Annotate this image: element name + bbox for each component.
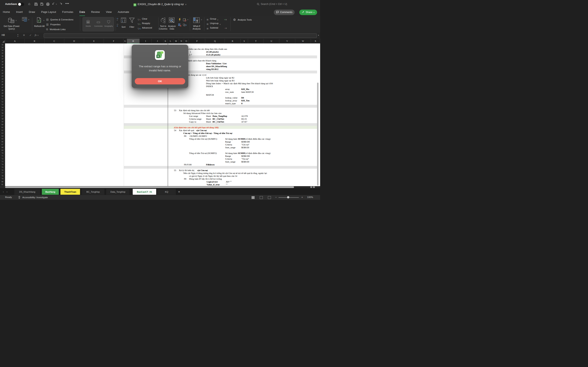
row-header-51[interactable]: 51 [0, 98, 5, 101]
row-header-63[interactable]: 63 [0, 132, 5, 135]
consolidate-icon[interactable] [183, 23, 187, 28]
name-box-spinner[interactable]: ▲▼ [17, 33, 18, 37]
ribbon-tab-automate[interactable]: Automate [118, 8, 129, 16]
ok-button[interactable]: OK [135, 78, 185, 84]
row-header-66[interactable]: 66 [0, 141, 5, 143]
connections-item[interactable]: ▥Properties [46, 22, 73, 27]
share-button[interactable]: Share∨ [299, 9, 317, 15]
filter-item-advanced[interactable]: ▽⚙Advanced [138, 26, 152, 31]
row-header-60[interactable]: 60 [0, 123, 5, 126]
column-header-E[interactable]: E [84, 39, 104, 43]
refresh-all-label[interactable]: Refresh All [33, 25, 46, 27]
sheet-tab-DS_KhachHang[interactable]: DS_KhachHang [14, 189, 40, 195]
formula-input[interactable] [44, 33, 317, 38]
show-detail-icon[interactable]: +≡ [224, 18, 227, 21]
insert-function-icon[interactable]: fx ∨ [35, 33, 39, 37]
row-header-61[interactable]: 61 [0, 126, 5, 129]
remove-duplicates-icon[interactable] [178, 23, 182, 28]
comments-button[interactable]: Comments [274, 9, 295, 15]
text-to-columns-icon[interactable] [161, 17, 167, 24]
name-box[interactable]: H8 [2, 34, 5, 36]
row-header-57[interactable]: 57 [0, 115, 5, 118]
row-header-36[interactable]: 36 [0, 55, 5, 58]
column-header-P[interactable]: P [189, 39, 205, 43]
datatype-stocks[interactable]: 🏛Stocks [83, 19, 93, 27]
next-sheet-icon[interactable]: › [7, 189, 7, 195]
row-header-35[interactable]: 35 [0, 52, 5, 55]
ribbon-tab-review[interactable]: Review [91, 8, 100, 16]
get-data-chevron-icon[interactable]: ∨ [16, 20, 17, 21]
row-header-33[interactable]: 33 [0, 46, 5, 49]
row-header-75[interactable]: 75 [0, 166, 5, 169]
zoom-percentage[interactable]: 100% [307, 196, 313, 198]
outline-item-ungroup[interactable]: ⊞Ungroup∨ [207, 22, 221, 26]
scroll-right-button[interactable] [313, 186, 315, 188]
accessibility-status[interactable]: Accessibility: Investigate [18, 196, 48, 199]
sort-label[interactable]: Sort [120, 26, 128, 28]
column-header-D[interactable]: D [64, 39, 84, 43]
column-header-R[interactable]: R [225, 39, 241, 43]
row-header-42[interactable]: 42 [0, 72, 5, 75]
row-header-72[interactable]: 72 [0, 158, 5, 161]
row-header-68[interactable]: 68 [0, 146, 5, 149]
datatype-geography[interactable]: ⛉Geography [104, 19, 114, 27]
row-header-45[interactable]: 45 [0, 81, 5, 83]
column-header-N[interactable]: N [179, 39, 184, 43]
analysis-tools-label[interactable]: Analysis Tools [238, 18, 252, 21]
row-header-79[interactable]: 79 [0, 178, 5, 181]
row-header-62[interactable]: 62 [0, 129, 5, 132]
search-input[interactable]: Search (Cmd + Ctrl + U) [257, 3, 287, 6]
column-header-W[interactable]: W [295, 39, 311, 43]
row-header-54[interactable]: 54 [0, 106, 5, 109]
sheet-tab-KQ[interactable]: KQ [157, 189, 176, 195]
row-header-37[interactable]: 37 [0, 58, 5, 61]
whatif-label[interactable]: What-If Analysis [190, 25, 203, 30]
column-header-H[interactable]: H [127, 39, 140, 44]
row-header-65[interactable]: 65 [0, 138, 5, 141]
row-header-70[interactable]: 70 [0, 152, 5, 155]
analysis-tools-icon[interactable]: ⚙ [233, 18, 236, 22]
get-data-label[interactable]: Get Data (Power Query) [2, 25, 21, 30]
row-header-78[interactable]: 78 [0, 175, 5, 178]
ribbon-tab-view[interactable]: View [106, 8, 112, 16]
column-header-X[interactable]: X [311, 39, 320, 43]
page-break-view-icon[interactable] [268, 196, 271, 199]
row-header-80[interactable]: 80 [0, 180, 5, 184]
data-validation-chevron-icon[interactable]: ∨ [187, 19, 189, 21]
row-header-64[interactable]: 64 [0, 135, 5, 138]
column-header-C[interactable]: C [44, 39, 64, 43]
get-data-icon[interactable] [8, 17, 15, 25]
sort-desc-icon[interactable]: Z↓A [117, 24, 119, 27]
refresh-chevron-icon[interactable]: ∨ [43, 20, 44, 21]
sort-dialog-icon[interactable]: ZAAZ [121, 17, 126, 24]
row-header-59[interactable]: 59 [0, 120, 5, 124]
table-snapshot-chevron-icon[interactable]: ∨ [28, 19, 29, 21]
connections-item[interactable]: ⧉Workbook Links [46, 27, 73, 32]
sheet-tab-Data_TongHop[interactable]: Data_TongHop [106, 189, 130, 195]
row-header-52[interactable]: 52 [0, 100, 5, 104]
flash-fill-icon[interactable] [178, 18, 182, 22]
zoom-in-icon[interactable]: + [301, 196, 303, 199]
table-snapshot-icon[interactable] [22, 17, 27, 23]
prev-sheet-icon[interactable]: ‹ [3, 189, 4, 195]
ribbon-tab-formulas[interactable]: Formulas [62, 8, 73, 16]
row-header-34[interactable]: 34 [0, 49, 5, 52]
row-header-53[interactable]: 53 [0, 103, 5, 106]
datatype-currencies[interactable]: ▭Currencies [93, 19, 104, 27]
column-header-F[interactable]: F [104, 39, 123, 43]
formula-bar-expand-icon[interactable]: ▼ [318, 34, 319, 36]
row-header-40[interactable]: 40 [0, 66, 5, 69]
row-header-76[interactable]: 76 [0, 169, 5, 172]
column-header-T[interactable]: T [248, 39, 264, 43]
row-header-81[interactable]: 81 [0, 183, 5, 186]
column-header-G[interactable]: G [123, 39, 127, 43]
column-header-J[interactable]: J [152, 39, 163, 43]
sheet-tab-ThanhToan[interactable]: ThanhToan [61, 189, 80, 195]
row-header-77[interactable]: 77 [0, 172, 5, 175]
filter-label[interactable]: Filter [128, 26, 136, 28]
outline-item-subtotal[interactable]: ⊞Subtotal [207, 26, 221, 31]
ribbon-tab-page-layout[interactable]: Page Layout [41, 8, 56, 16]
row-header-47[interactable]: 47 [0, 86, 5, 89]
analyze-data-icon[interactable] [169, 17, 175, 25]
column-header-I[interactable]: I [140, 39, 152, 43]
